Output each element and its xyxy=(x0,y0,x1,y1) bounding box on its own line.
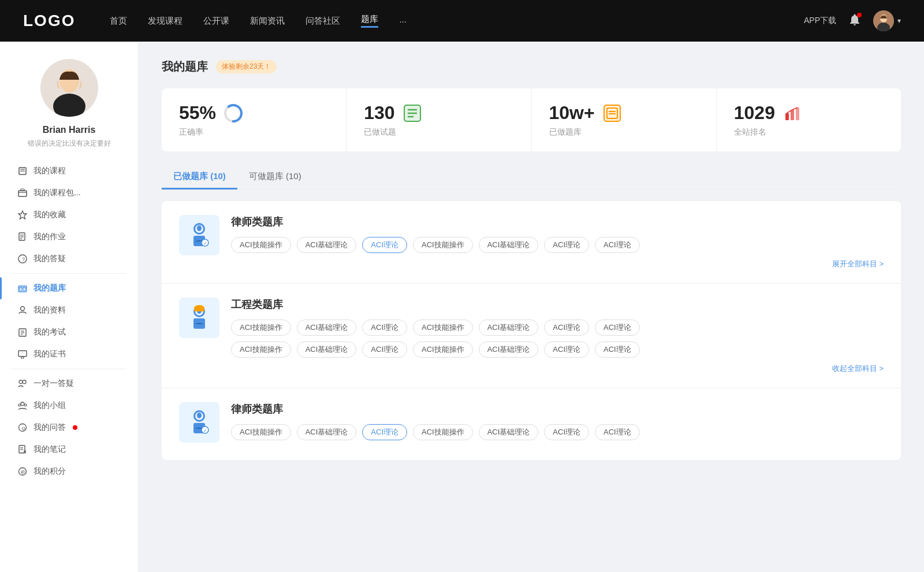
lawyer-svg-2: ✓ xyxy=(185,408,214,437)
nav-questionbank[interactable]: 题库 xyxy=(361,14,378,28)
nav-news[interactable]: 新闻资讯 xyxy=(250,16,285,27)
svg-rect-54 xyxy=(785,113,789,120)
lawyer-svg-0: ✓ xyxy=(185,221,214,250)
tag-2-1[interactable]: ACI基础理论 xyxy=(297,424,357,440)
stat-ranking: 1029 全站排名 xyxy=(717,88,901,151)
avatar xyxy=(873,10,894,31)
sidebar-group-label: 我的小组 xyxy=(33,400,66,411)
tag-1r2-2[interactable]: ACI理论 xyxy=(362,341,407,358)
tabs: 已做题库 (10) 可做题库 (10) xyxy=(162,165,901,190)
svg-text:✓: ✓ xyxy=(203,241,207,246)
expand-link-1[interactable]: 收起全部科目 > xyxy=(231,363,884,374)
nav-opencourse[interactable]: 公开课 xyxy=(203,16,229,27)
svg-point-60 xyxy=(197,225,202,231)
sidebar-item-course[interactable]: 我的课程 xyxy=(0,160,138,182)
tag-1-2[interactable]: ACI理论 xyxy=(362,320,407,336)
app-download-button[interactable]: APP下载 xyxy=(804,16,836,26)
stat-accuracy: 55% 正确率 xyxy=(162,88,346,151)
tag-0-0[interactable]: ACI技能操作 xyxy=(231,237,291,253)
stat-accuracy-value: 55% xyxy=(179,102,216,124)
tab-available-banks[interactable]: 可做题库 (10) xyxy=(237,165,313,190)
sidebar-item-group[interactable]: 我的小组 xyxy=(0,395,138,417)
nav-discover[interactable]: 发现课程 xyxy=(148,16,182,27)
tag-1-3[interactable]: ACI技能操作 xyxy=(413,320,473,336)
tag-1-4[interactable]: ACI基础理论 xyxy=(479,320,539,336)
tag-2-2[interactable]: ACI理论 xyxy=(362,424,407,440)
nav-qa[interactable]: 问答社区 xyxy=(305,16,340,27)
svg-text:?: ? xyxy=(22,257,25,262)
sidebar-package-label: 我的课程包... xyxy=(33,188,81,198)
tag-0-1[interactable]: ACI基础理论 xyxy=(297,237,357,253)
qbank-tags-1-row2: ACI技能操作 ACI基础理论 ACI理论 ACI技能操作 ACI基础理论 AC… xyxy=(231,341,884,358)
svg-rect-68 xyxy=(194,309,204,311)
stat-done-questions-top: 130 xyxy=(364,102,513,124)
main-content: 我的题库 体验剩余23天！ 55% 正确率 13 xyxy=(139,42,924,572)
tag-1-0[interactable]: ACI技能操作 xyxy=(231,320,291,336)
nav-more[interactable]: ··· xyxy=(399,16,407,26)
sidebar-item-myqa[interactable]: Q 我的问答 xyxy=(0,417,138,439)
tag-1-5[interactable]: ACI理论 xyxy=(544,320,589,336)
tag-1r2-0[interactable]: ACI技能操作 xyxy=(231,341,291,358)
qbank-icon-lawyer-2: ✓ xyxy=(179,402,219,443)
svg-point-32 xyxy=(21,402,24,406)
svg-text:积: 积 xyxy=(21,470,25,475)
sidebar-item-mydata[interactable]: 我的资料 xyxy=(0,299,138,321)
sidebar-item-favorites[interactable]: 我的收藏 xyxy=(0,204,138,226)
sidebar: Brian Harris 错误的决定比没有决定要好 我的课程 我的课程包... … xyxy=(0,42,139,572)
tag-0-4[interactable]: ACI基础理论 xyxy=(479,237,539,253)
sidebar-item-homework[interactable]: 我的作业 xyxy=(0,226,138,248)
tag-1r2-6[interactable]: ACI理论 xyxy=(595,341,640,358)
sidebar-item-notes[interactable]: 我的笔记 xyxy=(0,439,138,460)
tag-1r2-1[interactable]: ACI基础理论 xyxy=(297,341,357,358)
svg-point-29 xyxy=(21,356,24,359)
tag-1-6[interactable]: ACI理论 xyxy=(595,320,640,336)
qbank-icon-lawyer-0: ✓ xyxy=(179,215,219,255)
tag-0-5[interactable]: ACI理论 xyxy=(544,237,589,253)
tag-2-3[interactable]: ACI技能操作 xyxy=(413,424,473,440)
nav-home[interactable]: 首页 xyxy=(110,16,127,27)
sidebar-mydata-label: 我的资料 xyxy=(33,305,66,315)
qbank-name-1: 工程类题库 xyxy=(231,298,884,311)
sidebar-one2one-label: 一对一答疑 xyxy=(33,378,74,389)
stat-done-questions-value: 130 xyxy=(364,102,394,124)
tag-1r2-5[interactable]: ACI理论 xyxy=(544,341,589,358)
tag-2-0[interactable]: ACI技能操作 xyxy=(231,424,291,440)
svg-point-72 xyxy=(197,413,202,418)
qbank-top-2: ✓ 律师类题库 ACI技能操作 ACI基础理论 ACI理论 ACI技能操作 AC… xyxy=(179,402,884,446)
stat-done-banks: 10w+ 已做题库 xyxy=(532,88,717,151)
stat-done-questions-label: 已做试题 xyxy=(364,127,513,138)
svg-point-31 xyxy=(23,380,26,384)
notification-bell[interactable] xyxy=(848,13,862,29)
sidebar-item-exam[interactable]: 我的考试 xyxy=(0,321,138,343)
tag-1r2-4[interactable]: ACI基础理论 xyxy=(479,341,539,358)
tag-2-5[interactable]: ACI理论 xyxy=(544,424,589,440)
svg-text:✓: ✓ xyxy=(203,428,207,433)
sidebar-item-one2one[interactable]: 一对一答疑 xyxy=(0,373,138,395)
tag-0-2[interactable]: ACI理论 xyxy=(362,237,407,253)
sidebar-myqa-label: 我的问答 xyxy=(33,422,66,433)
chevron-down-icon: ▾ xyxy=(897,17,901,25)
tag-2-4[interactable]: ACI基础理论 xyxy=(479,424,539,440)
stat-done-banks-value: 10w+ xyxy=(549,102,595,124)
sidebar-item-package[interactable]: 我的课程包... xyxy=(0,182,138,204)
tag-1-1[interactable]: ACI基础理论 xyxy=(297,320,357,336)
sidebar-item-cert[interactable]: 我的证书 xyxy=(0,343,138,365)
sidebar-item-points[interactable]: 积 我的积分 xyxy=(0,460,138,482)
tag-0-3[interactable]: ACI技能操作 xyxy=(413,237,473,253)
tag-0-6[interactable]: ACI理论 xyxy=(595,237,640,253)
one2one-icon xyxy=(17,378,28,389)
sidebar-item-answerq[interactable]: ? 我的答疑 xyxy=(0,248,138,270)
user-avatar-menu[interactable]: ▾ xyxy=(873,10,901,31)
page-header: 我的题库 体验剩余23天！ xyxy=(162,59,901,75)
tab-done-banks[interactable]: 已做题库 (10) xyxy=(162,165,237,190)
stat-done-questions: 130 已做试题 xyxy=(346,88,531,151)
qbank-tags-2: ACI技能操作 ACI基础理论 ACI理论 ACI技能操作 ACI基础理论 AC… xyxy=(231,424,884,440)
stat-accuracy-top: 55% xyxy=(179,102,329,124)
expand-link-0[interactable]: 展开全部科目 > xyxy=(231,259,884,269)
sidebar-item-mybank[interactable]: 我的题库 xyxy=(0,277,138,299)
qa-notification-dot xyxy=(73,425,77,430)
tag-2-6[interactable]: ACI理论 xyxy=(595,424,640,440)
tag-1r2-3[interactable]: ACI技能操作 xyxy=(413,341,473,358)
stat-accuracy-label: 正确率 xyxy=(179,127,329,138)
qbank-tags-1: ACI技能操作 ACI基础理论 ACI理论 ACI技能操作 ACI基础理论 AC… xyxy=(231,320,884,336)
